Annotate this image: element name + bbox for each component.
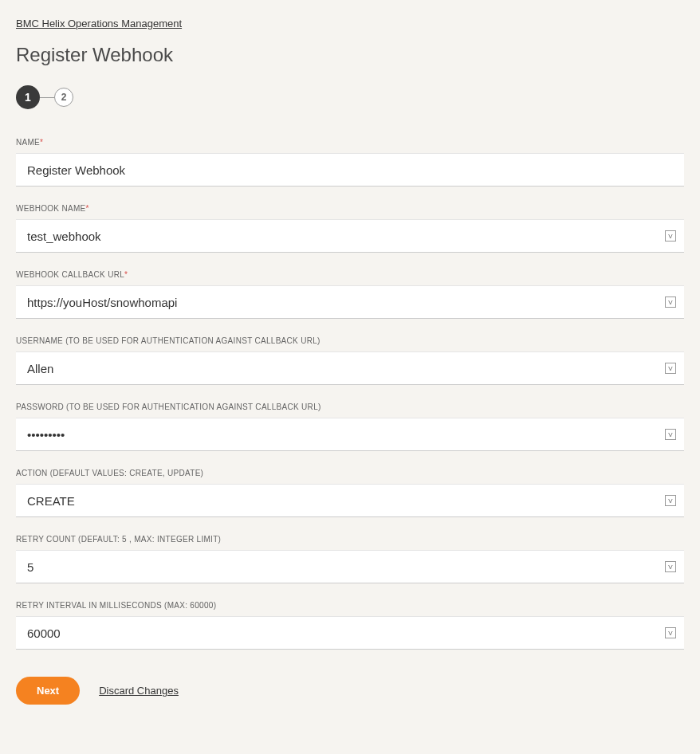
required-indicator: * — [40, 138, 43, 147]
step-connector — [40, 97, 54, 98]
retry-count-field[interactable] — [16, 550, 684, 583]
retry-interval-label: RETRY INTERVAL IN MILLISECONDS (MAX: 600… — [16, 601, 684, 610]
webhook-name-field[interactable] — [16, 219, 684, 253]
stepper: 1 2 — [16, 85, 684, 109]
password-label: PASSWORD (TO BE USED FOR AUTHENTICATION … — [16, 403, 684, 411]
step-2[interactable]: 2 — [54, 88, 73, 107]
required-indicator: * — [86, 204, 89, 213]
breadcrumb[interactable]: BMC Helix Operations Management — [16, 18, 182, 29]
retry-count-label: RETRY COUNT (DEFAULT: 5 , MAX: INTEGER L… — [16, 535, 684, 544]
name-label-text: NAME — [16, 138, 40, 147]
callback-url-label-text: WEBHOOK CALLBACK URL — [16, 270, 124, 279]
required-indicator: * — [124, 270, 128, 279]
callback-url-field[interactable] — [16, 285, 684, 319]
retry-interval-field[interactable] — [16, 616, 684, 650]
name-field[interactable] — [16, 153, 684, 187]
webhook-name-label: WEBHOOK NAME* — [16, 204, 684, 213]
action-label: ACTION (DEFAULT VALUES: CREATE, UPDATE) — [16, 469, 684, 477]
page-title: Register Webhook — [16, 44, 684, 66]
action-field[interactable] — [16, 484, 684, 517]
next-button[interactable]: Next — [16, 677, 80, 705]
name-label: NAME* — [16, 138, 684, 147]
password-field[interactable] — [16, 418, 684, 451]
step-1[interactable]: 1 — [16, 85, 40, 109]
discard-changes-link[interactable]: Discard Changes — [99, 685, 179, 697]
webhook-name-label-text: WEBHOOK NAME — [16, 204, 86, 213]
callback-url-label: WEBHOOK CALLBACK URL* — [16, 270, 684, 279]
username-field[interactable] — [16, 351, 684, 385]
username-label: USERNAME (TO BE USED FOR AUTHENTICATION … — [16, 336, 684, 345]
